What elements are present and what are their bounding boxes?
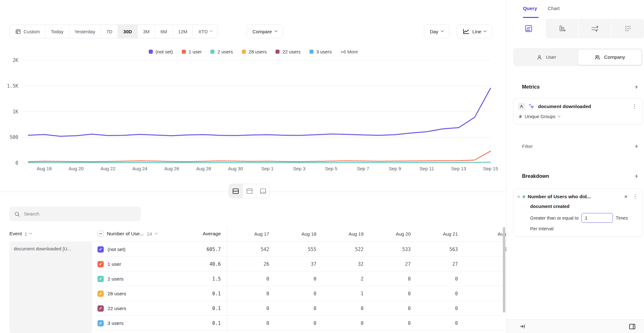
svg-text:Aug 20: Aug 20 <box>69 166 84 171</box>
date-column-header: Aug 18 <box>269 226 316 241</box>
table-vertical-scrollbar[interactable] <box>503 227 505 313</box>
range-option-3m[interactable]: 3M <box>137 25 155 38</box>
chart-type-bar-chart[interactable] <box>545 19 578 38</box>
toggle-option-company[interactable]: Company <box>578 49 641 65</box>
legend-item[interactable]: (not set) <box>149 49 173 54</box>
range-option-30d[interactable]: 30D <box>118 25 137 38</box>
line-chart[interactable]: 05001K1.5K2KAug 18Aug 20Aug 22Aug 24Aug … <box>0 56 507 173</box>
tab-query[interactable]: Query <box>523 6 537 11</box>
compare-button[interactable]: Compare <box>247 25 283 38</box>
compare-label: Compare <box>253 29 272 34</box>
legend-item[interactable]: 2 users <box>210 49 233 54</box>
legend-swatch <box>309 50 314 54</box>
metric-card[interactable]: A document downloaded ⋮ # Unique Groups <box>513 98 643 124</box>
range-option-custom[interactable]: Custom <box>10 25 45 38</box>
row-checkbox-cell: ✓ <box>97 242 104 257</box>
row-checkbox[interactable]: ✓ <box>97 291 104 297</box>
row-date-value: 0 <box>465 271 507 286</box>
row-date-value: 0 <box>465 286 507 301</box>
search-input[interactable] <box>24 211 136 217</box>
legend-more-button[interactable]: +6 More <box>341 49 358 54</box>
tab-chart[interactable]: Chart <box>548 6 560 11</box>
row-checkbox-cell: ✓ <box>97 257 104 271</box>
chevron-down-icon <box>155 231 158 234</box>
chart-type-line-chart[interactable] <box>512 19 545 38</box>
svg-text:Aug 22: Aug 22 <box>101 166 116 171</box>
add-filter-button[interactable]: + <box>633 142 640 150</box>
table-header: Event 1 Number of Use... 24 Average Aug … <box>0 226 507 241</box>
average-column-header: Average <box>176 226 221 241</box>
drag-handle-icon[interactable]: ≡ <box>517 194 520 199</box>
select-all-checkbox[interactable] <box>97 231 104 237</box>
chart-type-dot-grid[interactable] <box>611 19 644 38</box>
range-option-12m[interactable]: 12M <box>172 25 192 38</box>
view-toggle-table-only-view[interactable] <box>256 184 269 198</box>
row-date-value: 0 <box>364 286 411 301</box>
metric-event-name[interactable]: document downloaded <box>538 104 628 109</box>
row-checkbox[interactable]: ✓ <box>97 276 104 282</box>
chart-type-stream-chart[interactable] <box>578 19 611 38</box>
collapse-panel-icon[interactable] <box>519 323 525 330</box>
add-breakdown-button[interactable]: + <box>633 172 640 180</box>
range-option-xtd[interactable]: XTD <box>192 25 218 38</box>
range-option-6m[interactable]: 6M <box>155 25 172 38</box>
row-label: (not set) <box>108 242 125 257</box>
legend-swatch <box>210 50 214 54</box>
row-date-value: 0 <box>411 316 458 330</box>
add-metric-button[interactable]: + <box>633 83 640 91</box>
event-column-header[interactable]: Event 1 <box>9 226 32 241</box>
svg-text:Aug 18: Aug 18 <box>37 166 52 171</box>
svg-text:Sep 3: Sep 3 <box>293 166 305 171</box>
interval-dropdown[interactable]: Day <box>424 25 449 38</box>
legend-item[interactable]: 28 users <box>242 49 267 54</box>
row-checkbox[interactable]: ✓ <box>97 261 104 267</box>
close-icon[interactable]: ✕ <box>623 194 629 199</box>
search-box <box>9 207 141 221</box>
view-toggle-split-view[interactable] <box>229 184 242 198</box>
row-label: 28 users <box>108 286 126 301</box>
chevron-down-icon <box>558 114 561 117</box>
chart-legend: (not set)1 user2 users28 users22 users3 … <box>0 49 507 54</box>
row-label: 22 users <box>108 301 126 316</box>
row-checkbox[interactable]: ✓ <box>97 320 104 326</box>
view-toggle-chart-only-view[interactable] <box>242 184 256 198</box>
range-option-label: Today <box>51 29 64 34</box>
toggle-company-label: Company <box>604 54 625 60</box>
breakdown-column-header[interactable]: Number of Use... 24 <box>97 226 158 241</box>
row-checkbox-cell: ✓ <box>97 286 104 301</box>
range-option-yesterday[interactable]: Yesterday <box>69 25 101 38</box>
breakdown-card-title[interactable]: Number of Users who did... <box>528 194 620 199</box>
row-checkbox[interactable]: ✓ <box>97 305 104 312</box>
range-option-7d[interactable]: 7D <box>101 25 118 38</box>
svg-text:Sep 5: Sep 5 <box>325 166 337 171</box>
analytics-app: CustomTodayYesterday7D30D3M6M12MXTD Comp… <box>0 0 644 333</box>
panel-layout-icon[interactable] <box>629 323 636 330</box>
bar-chart-icon <box>558 25 566 33</box>
breakdown-event-name[interactable]: document created <box>530 204 639 209</box>
breakdown-card[interactable]: ≡ # Number of Users who did... ✕ ⋮ docum… <box>513 188 643 237</box>
chart-type-selector <box>512 19 644 38</box>
entity-toggle: User Company <box>513 48 643 66</box>
row-date-value: 0 <box>269 286 316 301</box>
row-date-value: 555 <box>269 242 316 257</box>
condition-value-input[interactable] <box>581 213 613 223</box>
legend-item[interactable]: 3 users <box>309 49 332 54</box>
kebab-menu-icon[interactable]: ⋮ <box>631 193 639 200</box>
row-date-value: 0 <box>465 316 507 330</box>
active-tab-underline <box>523 17 539 18</box>
toggle-option-user[interactable]: User <box>514 49 578 65</box>
row-divider <box>96 330 507 330</box>
chart-type-label: Line <box>472 29 481 34</box>
legend-item[interactable]: 22 users <box>275 49 301 54</box>
row-date-value: 0 <box>316 316 364 330</box>
range-option-label: XTD <box>198 29 208 34</box>
legend-item[interactable]: 1 user <box>182 49 202 54</box>
range-option-today[interactable]: Today <box>45 25 69 38</box>
measure-dropdown[interactable]: Unique Groups <box>525 114 560 119</box>
svg-text:Aug 24: Aug 24 <box>132 166 147 171</box>
range-option-label: 7D <box>106 29 112 34</box>
chart-type-dropdown[interactable]: Line <box>457 25 492 38</box>
kebab-menu-icon[interactable]: ⋮ <box>631 103 638 110</box>
row-checkbox[interactable]: ✓ <box>97 246 104 253</box>
sidebar-tabs: Query Chart <box>523 6 560 11</box>
